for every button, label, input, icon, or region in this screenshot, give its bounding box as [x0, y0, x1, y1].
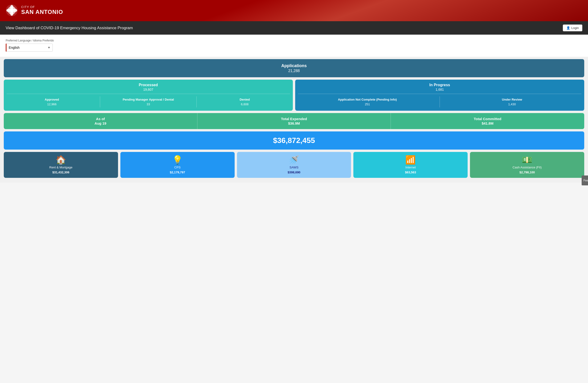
feedback-label: Feedback [584, 179, 588, 182]
big-amount-card: $36,872,455 [4, 131, 584, 149]
login-label: Login [571, 26, 579, 30]
rent-value: $31,432,306 [52, 170, 69, 174]
internet-label: Internet [405, 166, 416, 169]
applications-card: Applications 21,288 [4, 59, 584, 77]
approved-label: Approved [6, 98, 98, 102]
internet-card: 📶 Internet $63,563 [353, 152, 468, 178]
house-icon: 🏠 [56, 156, 66, 164]
denied-item: Denied 6,608 [197, 96, 293, 107]
not-complete-label: Application Not Complete (Pending Info) [297, 98, 437, 102]
total-expended-label: Total Expended [200, 117, 388, 121]
header-banner: CITY OF SAN ANTONIO [0, 0, 588, 21]
in-progress-label: In Progress [299, 83, 580, 87]
total-committed-item: Total Committed $41.8M [391, 113, 584, 129]
as-of-item: As of Aug 19 [4, 113, 197, 129]
in-progress-card: In Progress 1,681 Application Not Comple… [295, 80, 584, 111]
processed-value: 19,607 [8, 88, 289, 91]
cash-value: $2,798,100 [520, 170, 535, 174]
in-progress-header: In Progress 1,681 [295, 80, 584, 94]
under-review-item: Under Review 1,430 [440, 96, 584, 107]
pending-label: Pending Manager Approval / Denial [103, 98, 194, 102]
feedback-tab[interactable]: Feedback [582, 175, 588, 183]
page-title: View Dashboard of COVID-19 Emergency Hou… [6, 26, 133, 30]
city-logo-icon [6, 4, 18, 17]
processed-card: Processed 19,607 Approved 12,966 Pending… [4, 80, 293, 111]
rent-card: 🏠 Rent & Mortgage $31,432,306 [4, 152, 118, 178]
language-section: Preferred Language / Idioma Preferido En… [0, 35, 588, 57]
language-select[interactable]: English Español [6, 43, 53, 52]
logo-text: CITY OF SAN ANTONIO [21, 5, 63, 16]
financial-row: As of Aug 19 Total Expended $36.9M Total… [4, 113, 584, 129]
applications-value: 21,288 [8, 69, 580, 73]
approved-item: Approved 12,966 [4, 96, 100, 107]
in-progress-sub-row: Application Not Complete (Pending Info) … [295, 94, 584, 111]
processed-sub-row: Approved 12,966 Pending Manager Approval… [4, 94, 293, 111]
saws-card: 🚿 SAWS $398,690 [237, 152, 351, 178]
cash-card: 💵 Cash Assistance (FII) $2,798,100 [470, 152, 584, 178]
cash-icon: 💵 [522, 156, 532, 164]
nav-bar: View Dashboard of COVID-19 Emergency Hou… [0, 21, 588, 35]
big-amount-value: $36,872,455 [8, 136, 580, 145]
cps-label: CPS [174, 166, 181, 169]
lightbulb-icon: 💡 [172, 156, 183, 164]
denied-label: Denied [199, 98, 291, 102]
saws-value: $398,690 [288, 170, 300, 174]
processed-header: Processed 19,607 [4, 80, 293, 94]
logo-area: CITY OF SAN ANTONIO [0, 0, 588, 21]
total-committed-value: $41.8M [393, 121, 582, 125]
city-of-label: CITY OF [21, 5, 63, 9]
login-button[interactable]: 👤 Login [563, 24, 582, 31]
internet-value: $63,563 [405, 170, 416, 174]
saws-label: SAWS [290, 166, 298, 169]
as-of-label: As of [6, 117, 195, 121]
wifi-icon: 📶 [405, 156, 416, 164]
total-committed-label: Total Committed [393, 117, 582, 121]
cash-label: Cash Assistance (FII) [513, 166, 542, 169]
applications-label: Applications [8, 63, 580, 68]
under-review-value: 1,430 [442, 103, 582, 106]
language-select-wrapper: English Español ▼ [6, 43, 53, 52]
shower-icon: 🚿 [289, 156, 299, 164]
approved-value: 12,966 [6, 103, 98, 106]
language-label: Preferred Language / Idioma Preferido [6, 39, 582, 42]
rent-label: Rent & Mortgage [49, 166, 72, 169]
denied-value: 6,608 [199, 103, 291, 106]
in-progress-value: 1,681 [299, 88, 580, 91]
cps-card: 💡 CPS $2,179,797 [120, 152, 235, 178]
san-antonio-label: SAN ANTONIO [21, 9, 63, 16]
user-icon: 👤 [566, 26, 570, 30]
status-row: Processed 19,607 Approved 12,966 Pending… [4, 80, 584, 111]
dashboard: Applications 21,288 Processed 19,607 App… [0, 57, 588, 183]
not-complete-value: 251 [297, 103, 437, 106]
svg-point-9 [10, 8, 14, 12]
not-complete-item: Application Not Complete (Pending Info) … [295, 96, 440, 107]
total-expended-value: $36.9M [200, 121, 388, 125]
category-row: 🏠 Rent & Mortgage $31,432,306 💡 CPS $2,1… [4, 152, 584, 178]
cps-value: $2,179,797 [170, 170, 185, 174]
pending-item: Pending Manager Approval / Denial 33 [100, 96, 196, 107]
as-of-value: Aug 19 [6, 121, 195, 125]
processed-label: Processed [8, 83, 289, 87]
total-expended-item: Total Expended $36.9M [197, 113, 391, 129]
pending-value: 33 [103, 103, 194, 106]
under-review-label: Under Review [442, 98, 582, 102]
